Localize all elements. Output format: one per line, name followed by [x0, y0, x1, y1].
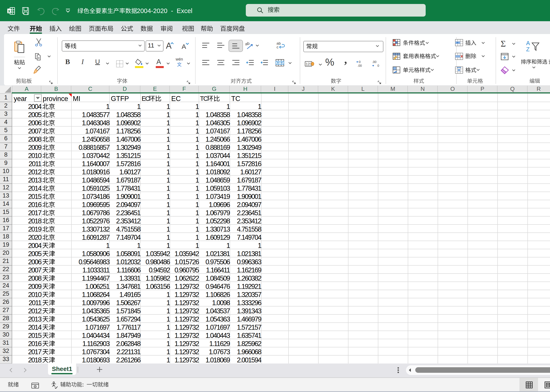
svg-text:A: A: [182, 43, 186, 50]
svg-text:0: 0: [359, 60, 361, 64]
svg-text:A: A: [166, 41, 172, 49]
svg-text:123: 123: [306, 62, 312, 66]
svg-text:X: X: [8, 9, 11, 14]
svg-text:c: c: [276, 45, 279, 49]
svg-text:.00: .00: [357, 64, 362, 67]
svg-text:A: A: [526, 40, 530, 46]
svg-text:ab: ab: [245, 41, 250, 46]
svg-text:0: 0: [377, 64, 379, 67]
svg-text:.00: .00: [372, 60, 376, 64]
svg-text:Z: Z: [526, 46, 530, 51]
